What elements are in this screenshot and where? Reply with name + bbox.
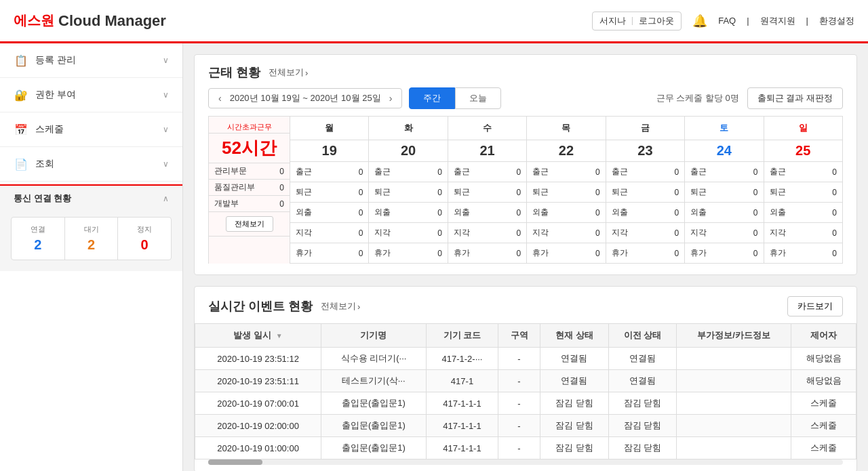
schedule-info: 근무 스케줄 할당 0명 출퇴근 결과 재판정 [656, 87, 843, 109]
cell-datetime: 2020-10-19 23:51:11 [195, 370, 321, 392]
bell-icon[interactable]: 🔔 [692, 14, 707, 28]
comm-header[interactable]: 통신 연결 현황 ∧ [0, 186, 182, 211]
table-row: 2020-10-19 01:00:00 출입문(출입문1) 417-1-1-1 … [195, 437, 856, 459]
table-row: 2020-10-19 07:00:01 출입문(출입문1) 417-1-1-1 … [195, 392, 856, 415]
dept-row-0: 관리부문 0 [209, 163, 290, 180]
events-title: 실시간 이벤트 현황 [208, 298, 313, 314]
dept-name-2: 개발부 [214, 198, 239, 209]
sidebar-label-registration: 등록 관리 [35, 54, 76, 66]
sidebar-item-registration[interactable]: 📋 등록 관리 ∨ [0, 43, 182, 78]
cell-datetime[interactable]: 2020-10-19 02:00:00 [195, 415, 321, 437]
cell-prev-state[interactable]: 잠김 닫힘 [608, 415, 677, 437]
cell-prev-state[interactable]: 잠김 닫힘 [608, 437, 677, 459]
comm-waiting-value: 2 [69, 237, 114, 253]
attendance-view-all[interactable]: 전체보기 › [269, 66, 308, 79]
comm-chevron-icon: ∧ [163, 194, 169, 203]
prev-week-button[interactable]: ‹ [216, 93, 224, 104]
comm-section: 통신 연결 현황 ∧ 연결 2 대기 2 정지 0 [0, 184, 182, 271]
logout-button[interactable]: 로그아웃 [639, 15, 674, 27]
cell-zone: - [498, 437, 540, 459]
cell-datetime[interactable]: 2020-10-19 01:00:00 [195, 437, 321, 459]
settings-link[interactable]: 환경설정 [819, 15, 854, 27]
day-header-5: 토 [685, 117, 763, 140]
sort-icon[interactable]: ▼ [276, 332, 283, 340]
remote-link[interactable]: 원격지원 [760, 15, 795, 27]
main-content: 근태 현황 전체보기 › ‹ 2020년 10월 19일 ~ 2020년 10월… [183, 43, 868, 471]
events-table-header: 발생 일시 ▼ 기기명 기기 코드 구역 현재 상태 이전 상태 부가정보/카드… [195, 324, 856, 348]
day-header-2: 수 [448, 117, 526, 140]
summary-col: 시간초과근무 52시간 관리부문 0 품질관리부 0 개발부 0 [209, 117, 290, 264]
col-zone: 구역 [498, 324, 540, 348]
day-num-2: 21 [448, 140, 526, 162]
attendance-grid: 시간초과근무 52시간 관리부문 0 품질관리부 0 개발부 0 [208, 116, 843, 264]
day-col-5: 토 24 출근0 퇴근0 외출0 지각0 휴가0 [685, 117, 764, 264]
cell-device-name[interactable]: 출입문(출입문1) [321, 437, 427, 459]
cell-device-code: 417-1-1-1 [426, 392, 498, 415]
table-row: 2020-10-19 23:51:12 식수용 리더기(··· 417-1-2-… [195, 348, 856, 370]
day-col-3: 목 22 출근0 퇴근0 외출0 지각0 휴가0 [527, 117, 606, 264]
week-range: 2020년 10월 19일 ~ 2020년 10월 25일 [230, 92, 381, 104]
day-num-4: 23 [606, 140, 684, 162]
sidebar-item-permission[interactable]: 🔐 권한 부여 ∨ [0, 78, 182, 112]
layout: 📋 등록 관리 ∨ 🔐 권한 부여 ∨ 📅 스케줄 ∨ 📄 조회 ∨ [0, 43, 868, 471]
all-view-button[interactable]: 전체보기 [226, 216, 273, 232]
col-device-code: 기기 코드 [426, 324, 498, 348]
day-num-5: 24 [685, 140, 763, 162]
col-extra-info: 부가정보/카드정보 [677, 324, 791, 348]
cell-prev-state: 연결됨 [608, 348, 677, 370]
cell-controller[interactable]: 스케줄 [791, 415, 856, 437]
cell-datetime[interactable]: 2020-10-19 07:00:01 [195, 392, 321, 415]
cell-current-state: 연결됨 [540, 370, 608, 392]
cell-controller[interactable]: 스케줄 [791, 437, 856, 459]
tab-weekly[interactable]: 주간 [409, 87, 455, 109]
faq-link[interactable]: FAQ [718, 16, 736, 26]
day-col-6: 일 25 출근0 퇴근0 외출0 지각0 휴가0 [764, 117, 843, 264]
cell-datetime: 2020-10-19 23:51:12 [195, 348, 321, 370]
day-col-0: 월 19 출근0 퇴근0 외출0 지각0 휴가0 [290, 117, 369, 264]
card-view-button[interactable]: 카드보기 [787, 296, 843, 316]
sidebar-label-permission: 권한 부여 [35, 89, 76, 101]
cell-zone: - [498, 392, 540, 415]
cell-device-code: 417-1-2-··· [426, 348, 498, 370]
dept-count-0: 0 [279, 167, 284, 176]
next-week-button[interactable]: › [387, 93, 395, 104]
tab-today[interactable]: 오늘 [455, 87, 501, 109]
cell-device-name[interactable]: 출입문(출입문1) [321, 392, 427, 415]
day-header-1: 화 [369, 117, 447, 140]
dept-count-1: 0 [279, 183, 284, 192]
overtime-hours: 52시간 [209, 134, 290, 163]
events-view-all[interactable]: 전체보기 › [321, 300, 360, 312]
comm-title: 통신 연결 현황 [14, 192, 71, 205]
cell-device-code: 417-1-1-1 [426, 437, 498, 459]
horizontal-scrollbar[interactable] [208, 459, 843, 465]
cell-extra [677, 392, 791, 415]
events-table-wrapper: 발생 일시 ▼ 기기명 기기 코드 구역 현재 상태 이전 상태 부가정보/카드… [195, 323, 856, 459]
sidebar-item-schedule[interactable]: 📅 스케줄 ∨ [0, 112, 182, 147]
sidebar-item-inquiry[interactable]: 📄 조회 ∨ [0, 147, 182, 182]
cell-device-code: 417-1-1-1 [426, 415, 498, 437]
scrollbar-thumb[interactable] [208, 459, 262, 465]
sep2: | [806, 16, 808, 26]
day-num-6: 25 [764, 140, 842, 162]
dept-count-2: 0 [279, 199, 284, 209]
attendance-title: 근태 현황 [208, 64, 260, 81]
comm-stat-connected: 연결 2 [12, 218, 65, 260]
cell-device-name: 식수용 리더기(··· [321, 348, 427, 370]
sidebar: 📋 등록 관리 ∨ 🔐 권한 부여 ∨ 📅 스케줄 ∨ 📄 조회 ∨ [0, 43, 183, 471]
cell-device-name[interactable]: 출입문(출입문1) [321, 415, 427, 437]
col-current-state: 현재 상태 [540, 324, 608, 348]
cell-extra [677, 415, 791, 437]
col-prev-state: 이전 상태 [608, 324, 677, 348]
sidebar-label-inquiry: 조회 [35, 158, 54, 170]
cell-prev-state[interactable]: 잠김 닫힘 [608, 392, 677, 415]
checkout-btn[interactable]: 출퇴근 결과 재판정 [747, 87, 843, 109]
day-num-1: 20 [369, 140, 447, 162]
dept-row-1: 품질관리부 0 [209, 180, 290, 196]
cell-current-state: 연결됨 [540, 348, 608, 370]
week-navigator: ‹ 2020년 10월 19일 ~ 2020년 10월 25일 › [208, 88, 402, 108]
header-right: 서지나 | 로그아웃 🔔 FAQ | 원격지원 | 환경설정 [592, 12, 854, 30]
all-view-btn: 전체보기 [209, 212, 290, 237]
cell-extra [677, 437, 791, 459]
cell-controller[interactable]: 스케줄 [791, 392, 856, 415]
logo-cloud: Cloud Manager [58, 12, 166, 30]
